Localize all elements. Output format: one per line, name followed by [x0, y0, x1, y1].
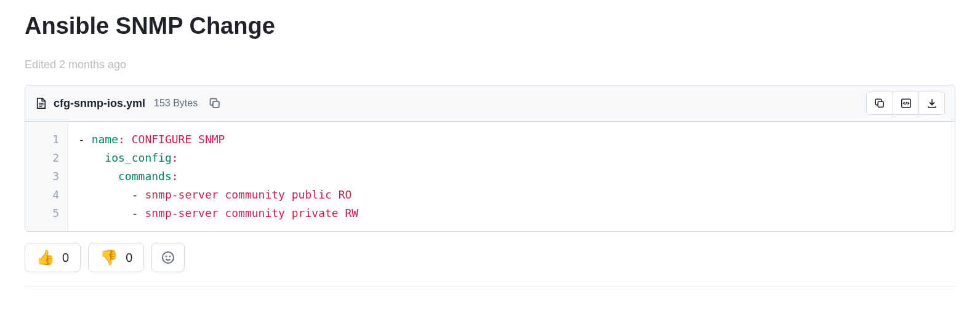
copy-contents-button[interactable]	[867, 92, 893, 114]
file-box: cfg-snmp-ios.yml 153 Bytes	[25, 85, 955, 232]
file-size: 153 Bytes	[154, 98, 198, 109]
svg-point-5	[170, 256, 171, 257]
svg-rect-1	[878, 102, 883, 108]
file-name[interactable]: cfg-snmp-ios.yml	[54, 97, 145, 110]
svg-rect-0	[213, 101, 219, 108]
download-button[interactable]	[918, 92, 944, 114]
thumbs-down-button[interactable]: 👎 0	[88, 243, 144, 272]
code-content[interactable]: - name: CONFIGURE SNMP ios_config: comma…	[68, 122, 955, 231]
divider	[25, 286, 955, 286]
code-line: - snmp-server community private RW	[78, 204, 945, 223]
edited-timestamp: Edited 2 months ago	[25, 58, 955, 71]
line-number[interactable]: 4	[34, 186, 59, 204]
line-number[interactable]: 3	[34, 167, 59, 186]
copy-path-button[interactable]	[207, 96, 222, 111]
line-number[interactable]: 1	[34, 130, 59, 149]
thumbs-down-icon: 👎	[100, 249, 118, 266]
file-icon	[35, 97, 47, 109]
code-line: ios_config:	[78, 149, 945, 167]
code-line: - snmp-server community public RO	[78, 186, 945, 204]
file-header: cfg-snmp-ios.yml 153 Bytes	[25, 85, 955, 122]
line-number-gutter: 12345	[25, 122, 68, 231]
line-number[interactable]: 2	[34, 149, 59, 167]
thumbs-up-count: 0	[62, 251, 69, 265]
code-line: - name: CONFIGURE SNMP	[78, 130, 945, 149]
thumbs-up-button[interactable]: 👍 0	[25, 243, 81, 272]
line-number[interactable]: 5	[34, 204, 59, 223]
svg-point-4	[166, 256, 167, 257]
add-reaction-button[interactable]	[151, 243, 185, 272]
thumbs-up-icon: 👍	[36, 249, 55, 266]
thumbs-down-count: 0	[126, 251, 132, 265]
view-raw-button[interactable]	[893, 92, 918, 114]
reactions-bar: 👍 0 👎 0	[25, 243, 955, 272]
svg-point-3	[163, 252, 174, 263]
page-title: Ansible SNMP Change	[25, 11, 955, 41]
file-actions	[866, 92, 945, 115]
code-line: commands:	[78, 167, 945, 186]
